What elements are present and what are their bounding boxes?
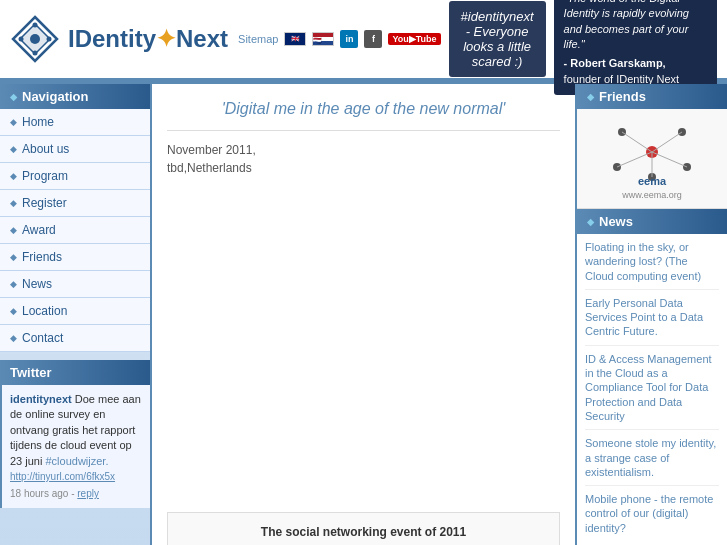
- svg-point-5: [47, 37, 52, 42]
- footer-line1: The social networking event of 2011: [180, 525, 547, 539]
- nav-program[interactable]: ◆ Program: [0, 163, 150, 190]
- nav-label-award: Award: [22, 223, 56, 237]
- svg-line-17: [652, 152, 687, 167]
- svg-text:eema: eema: [638, 175, 667, 187]
- nav-diamond-program: ◆: [10, 171, 17, 181]
- content-spacer: [167, 183, 560, 512]
- nav-label-about: About us: [22, 142, 69, 156]
- news-item-3: ID & Access Management in the Cloud as a…: [585, 352, 719, 430]
- logo-area: IDentity✦Next: [10, 14, 228, 64]
- nav-label-register: Register: [22, 196, 67, 210]
- news-header: ◆ News: [577, 209, 727, 234]
- svg-line-16: [617, 152, 652, 167]
- nav-location[interactable]: ◆ Location: [0, 298, 150, 325]
- nav-contact[interactable]: ◆ Contact: [0, 325, 150, 352]
- twitter-header: Twitter: [0, 360, 150, 385]
- news-item-1: Floating in the sky, or wandering lost? …: [585, 240, 719, 290]
- navigation-header: ◆ Navigation: [0, 84, 150, 109]
- twitter-cloud-link[interactable]: #cloudwijzer.: [45, 455, 108, 467]
- news-link-4[interactable]: Someone stole my identity, a strange cas…: [585, 436, 719, 479]
- friends-content: eema www.eema.org: [577, 109, 727, 209]
- nav-diamond-friends: ◆: [10, 252, 17, 262]
- twitter-url-link[interactable]: http://tinyurl.com/6fkx5x: [10, 471, 115, 482]
- logo-text-area: IDentity✦Next: [68, 25, 228, 53]
- header-quote: "The world of the Digital Identity is ra…: [554, 0, 717, 95]
- logo-dot: ✦: [156, 25, 176, 52]
- navigation-label: Navigation: [22, 89, 88, 104]
- quote-author: - Robert Garskamp,: [564, 56, 707, 71]
- nav-label-friends: Friends: [22, 250, 62, 264]
- flag-nl-icon[interactable]: 🇳🇱: [312, 32, 334, 46]
- page-header: IDentity✦Next Sitemap 🇬🇧 🇳🇱 in f You▶Tub…: [0, 0, 727, 80]
- news-link-5[interactable]: Mobile phone - the remote control of our…: [585, 492, 719, 535]
- nav-diamond-news: ◆: [10, 279, 17, 289]
- news-label: News: [599, 214, 633, 229]
- nav-about[interactable]: ◆ About us: [0, 136, 150, 163]
- banner-text: #identitynext - Everyone looks a little …: [449, 1, 546, 77]
- nav-header-diamond: ◆: [10, 92, 17, 102]
- nav-diamond-award: ◆: [10, 225, 17, 235]
- friends-diamond: ◆: [587, 92, 594, 102]
- linkedin-icon[interactable]: in: [340, 30, 358, 48]
- nav-label-news: News: [22, 277, 52, 291]
- twitter-meta: 18 hours ago - reply: [10, 487, 142, 501]
- main-content: 'Digital me in the age of the new normal…: [150, 84, 577, 545]
- quote-text: "The world of the Digital Identity is ra…: [564, 0, 707, 52]
- eema-url: www.eema.org: [585, 190, 719, 200]
- svg-point-7: [19, 37, 24, 42]
- news-item-5: Mobile phone - the remote control of our…: [585, 492, 719, 535]
- news-link-2[interactable]: Early Personal Data Services Point to a …: [585, 296, 719, 339]
- content-date: November 2011,: [167, 143, 560, 157]
- nav-diamond-contact: ◆: [10, 333, 17, 343]
- flag-uk-icon[interactable]: 🇬🇧: [284, 32, 306, 46]
- friends-header: ◆ Friends: [577, 84, 727, 109]
- twitter-reply-link[interactable]: reply: [77, 488, 99, 499]
- banner-area: #identitynext - Everyone looks a little …: [449, 1, 546, 77]
- nav-label-contact: Contact: [22, 331, 63, 345]
- eema-logo-image: eema: [597, 117, 707, 187]
- subheader-links: Sitemap 🇬🇧 🇳🇱 in f You▶Tube: [238, 30, 441, 48]
- nav-register[interactable]: ◆ Register: [0, 190, 150, 217]
- twitter-handle-link[interactable]: identitynext: [10, 393, 72, 405]
- nav-diamond-home: ◆: [10, 117, 17, 127]
- sitemap-link[interactable]: Sitemap: [238, 33, 278, 45]
- youtube-icon[interactable]: You▶Tube: [388, 33, 440, 45]
- logo-identity: IDentity✦Next: [68, 25, 228, 53]
- twitter-time: 18 hours ago: [10, 488, 68, 499]
- nav-diamond-about: ◆: [10, 144, 17, 154]
- twitter-section: Twitter identitynext Doe mee aan de onli…: [0, 360, 150, 508]
- news-item-2: Early Personal Data Services Point to a …: [585, 296, 719, 346]
- friends-label: Friends: [599, 89, 646, 104]
- nav-home[interactable]: ◆ Home: [0, 109, 150, 136]
- left-sidebar: ◆ Navigation ◆ Home ◆ About us ◆ Program…: [0, 84, 150, 545]
- nav-friends[interactable]: ◆ Friends: [0, 244, 150, 271]
- news-link-3[interactable]: ID & Access Management in the Cloud as a…: [585, 352, 719, 423]
- nav-award[interactable]: ◆ Award: [0, 217, 150, 244]
- social2-icon[interactable]: f: [364, 30, 382, 48]
- right-sidebar: ◆ Friends eema www.eema.org: [577, 84, 727, 545]
- svg-point-3: [30, 34, 40, 44]
- nav-diamond-location: ◆: [10, 306, 17, 316]
- nav-diamond-register: ◆: [10, 198, 17, 208]
- logo-next: Next: [176, 25, 228, 52]
- nav-news[interactable]: ◆ News: [0, 271, 150, 298]
- nav-label-program: Program: [22, 169, 68, 183]
- svg-point-6: [33, 51, 38, 56]
- logo-diamond-icon: [10, 14, 60, 64]
- news-content: Floating in the sky, or wandering lost? …: [577, 234, 727, 545]
- page-title: 'Digital me in the age of the new normal…: [167, 94, 560, 131]
- svg-point-4: [33, 23, 38, 28]
- nav-label-home: Home: [22, 115, 54, 129]
- news-item-4: Someone stole my identity, a strange cas…: [585, 436, 719, 486]
- twitter-content: identitynext Doe mee aan de online surve…: [0, 385, 150, 508]
- main-layout: ◆ Navigation ◆ Home ◆ About us ◆ Program…: [0, 84, 727, 545]
- svg-line-15: [652, 132, 682, 152]
- content-location: tbd,Netherlands: [167, 161, 560, 175]
- nav-label-location: Location: [22, 304, 67, 318]
- content-footer-box: The social networking event of 2011 Do y…: [167, 512, 560, 545]
- news-link-1[interactable]: Floating in the sky, or wandering lost? …: [585, 240, 719, 283]
- news-diamond: ◆: [587, 217, 594, 227]
- svg-line-14: [622, 132, 652, 152]
